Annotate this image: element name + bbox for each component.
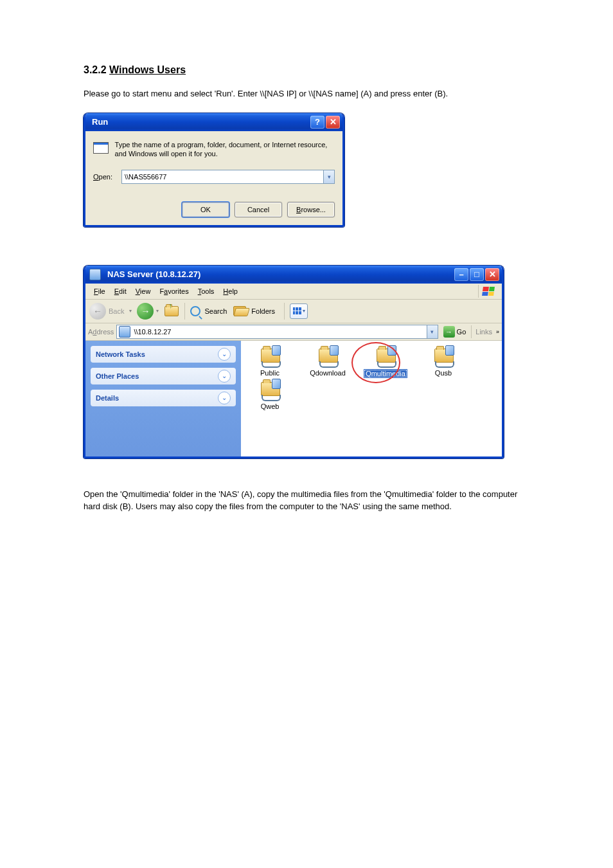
menu-tools[interactable]: Tools <box>193 286 219 296</box>
back-button: ← <box>89 303 106 320</box>
forward-button[interactable]: → <box>137 303 154 320</box>
browse-button[interactable]: Browse... <box>287 202 335 217</box>
address-combobox[interactable]: ▾ <box>116 325 438 339</box>
explorer-titlebar: NAS Server (10.8.12.27) – □ ✕ <box>85 266 502 284</box>
window-icon <box>89 269 101 280</box>
menu-file[interactable]: File <box>89 286 110 296</box>
share-folder-item[interactable]: Qmultimedia <box>360 347 411 378</box>
folders-label[interactable]: Folders <box>251 307 275 315</box>
other-places-panel[interactable]: Other Places ⌄ <box>91 368 236 384</box>
instruction-paragraph-1: Please go to start menu and select 'Run'… <box>84 87 529 100</box>
run-icon: ≡ <box>93 140 109 159</box>
toolbar: ← Back ▾ → ▾ Search Folders ▾ <box>85 300 502 323</box>
cancel-button[interactable]: Cancel <box>235 202 282 217</box>
instruction-paragraph-2: Open the 'Qmultimedia' folder in the 'NA… <box>84 488 529 513</box>
run-title: Run <box>88 117 309 127</box>
back-label: Back <box>109 307 124 315</box>
links-chevron-icon[interactable]: » <box>496 329 499 335</box>
share-folder-icon <box>317 347 339 366</box>
share-folder-item[interactable]: Qdownload <box>303 347 353 378</box>
menu-view[interactable]: View <box>131 286 155 296</box>
folders-icon[interactable] <box>233 306 247 316</box>
details-panel[interactable]: Details ⌄ <box>91 390 236 406</box>
share-folder-label: Qmultimedia <box>364 369 407 378</box>
run-description: Type the name of a program, folder, docu… <box>115 140 335 159</box>
share-folder-item[interactable]: Qweb <box>245 381 295 410</box>
minimize-button[interactable]: – <box>454 268 468 281</box>
share-folder-item[interactable]: Qusb <box>418 347 468 378</box>
links-label[interactable]: Links <box>474 328 493 336</box>
section-heading: 3.2.2 Windows Users <box>84 64 529 76</box>
share-folder-icon <box>432 347 454 366</box>
share-folder-label: Qdownload <box>310 369 346 377</box>
up-button[interactable] <box>164 304 179 318</box>
share-folder-icon <box>375 347 396 366</box>
menu-help[interactable]: Help <box>218 286 242 296</box>
address-bar: Address ▾ → Go Links » <box>85 323 502 341</box>
side-panel: Network Tasks ⌄ Other Places ⌄ Details ⌄ <box>85 341 241 457</box>
close-button[interactable]: ✕ <box>326 116 340 129</box>
combo-dropdown-icon[interactable]: ▾ <box>323 170 334 183</box>
explorer-window: NAS Server (10.8.12.27) – □ ✕ File Edit … <box>84 266 504 458</box>
address-input[interactable] <box>132 327 426 336</box>
folder-content: PublicQdownloadQmultimediaQusbQweb <box>241 341 502 457</box>
menu-favorites[interactable]: Favorites <box>155 286 193 296</box>
address-icon <box>119 326 130 338</box>
go-arrow-icon: → <box>443 326 455 338</box>
run-titlebar: Run ? ✕ <box>85 113 342 131</box>
network-tasks-panel[interactable]: Network Tasks ⌄ <box>91 346 236 363</box>
collapse-icon[interactable]: ⌄ <box>218 392 231 404</box>
section-title: Windows Users <box>109 64 186 75</box>
share-folder-label: Qweb <box>261 402 280 410</box>
collapse-icon[interactable]: ⌄ <box>218 348 231 361</box>
menu-bar: File Edit View Favorites Tools Help <box>85 284 502 300</box>
windows-logo-icon <box>478 285 498 298</box>
share-folder-label: Public <box>260 369 280 377</box>
go-button[interactable]: → Go <box>441 326 469 338</box>
open-combobox[interactable]: ▾ <box>121 170 335 184</box>
maximize-button[interactable]: □ <box>470 268 484 281</box>
menu-edit[interactable]: Edit <box>110 286 131 296</box>
forward-history-dropdown[interactable]: ▾ <box>156 308 159 314</box>
search-icon[interactable] <box>190 306 200 316</box>
help-button[interactable]: ? <box>310 116 324 129</box>
share-folder-icon <box>259 381 281 400</box>
search-label[interactable]: Search <box>204 307 227 315</box>
section-number: 3.2.2 <box>84 64 107 75</box>
run-dialog: Run ? ✕ ≡ Type the name of a program, fo… <box>84 113 344 227</box>
open-label: Open: <box>93 173 116 181</box>
views-button[interactable]: ▾ <box>290 303 308 319</box>
address-dropdown-icon[interactable]: ▾ <box>427 325 438 338</box>
ok-button[interactable]: OK <box>182 202 229 217</box>
explorer-close-button[interactable]: ✕ <box>485 268 499 281</box>
address-label: Address <box>88 328 114 336</box>
explorer-title: NAS Server (10.8.12.27) <box>103 269 453 279</box>
collapse-icon[interactable]: ⌄ <box>218 370 231 383</box>
share-folder-item[interactable]: Public <box>245 347 295 378</box>
share-folder-label: Qusb <box>435 369 452 377</box>
share-folder-icon <box>259 347 281 366</box>
back-history-dropdown[interactable]: ▾ <box>129 308 132 314</box>
open-input[interactable] <box>122 173 323 181</box>
